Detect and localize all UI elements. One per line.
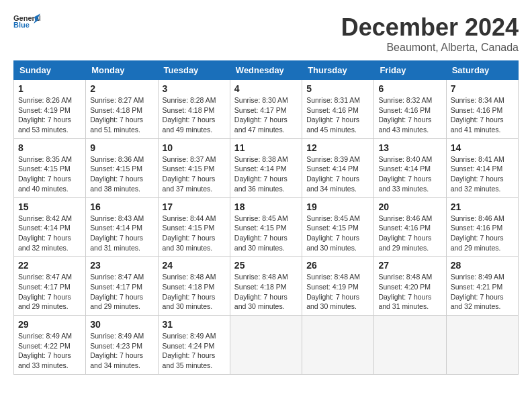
calendar-week-2: 8 Sunrise: 8:35 AM Sunset: 4:15 PM Dayli… (14, 138, 519, 197)
calendar-cell: 25 Sunrise: 8:48 AM Sunset: 4:18 PM Dayl… (230, 257, 302, 316)
day-number: 23 (90, 260, 153, 271)
calendar-cell: 3 Sunrise: 8:28 AM Sunset: 4:18 PM Dayli… (158, 80, 230, 139)
calendar-cell: 1 Sunrise: 8:26 AM Sunset: 4:19 PM Dayli… (14, 80, 86, 139)
day-number: 29 (18, 319, 81, 330)
day-number: 20 (378, 201, 441, 212)
calendar-cell: 16 Sunrise: 8:43 AM Sunset: 4:14 PM Dayl… (86, 197, 158, 257)
calendar-cell: 26 Sunrise: 8:48 AM Sunset: 4:19 PM Dayl… (302, 257, 374, 316)
calendar-cell: 29 Sunrise: 8:49 AM Sunset: 4:22 PM Dayl… (14, 316, 86, 375)
day-info: Sunrise: 8:46 AM Sunset: 4:16 PM Dayligh… (378, 214, 441, 253)
calendar-table: SundayMondayTuesdayWednesdayThursdayFrid… (13, 60, 519, 375)
day-info: Sunrise: 8:26 AM Sunset: 4:19 PM Dayligh… (18, 95, 81, 135)
calendar-cell: 22 Sunrise: 8:47 AM Sunset: 4:17 PM Dayl… (14, 257, 86, 316)
day-number: 18 (234, 201, 298, 212)
day-info: Sunrise: 8:37 AM Sunset: 4:15 PM Dayligh… (163, 154, 226, 194)
calendar-cell: 7 Sunrise: 8:34 AM Sunset: 4:16 PM Dayli… (446, 80, 518, 139)
day-info: Sunrise: 8:45 AM Sunset: 4:15 PM Dayligh… (234, 214, 298, 253)
day-info: Sunrise: 8:47 AM Sunset: 4:17 PM Dayligh… (90, 272, 153, 312)
day-number: 2 (90, 83, 153, 94)
calendar-cell: 17 Sunrise: 8:44 AM Sunset: 4:15 PM Dayl… (158, 197, 230, 257)
calendar-cell: 31 Sunrise: 8:49 AM Sunset: 4:24 PM Dayl… (158, 316, 230, 375)
calendar-cell: 20 Sunrise: 8:46 AM Sunset: 4:16 PM Dayl… (374, 197, 446, 257)
day-number: 6 (378, 83, 441, 94)
calendar-cell: 4 Sunrise: 8:30 AM Sunset: 4:17 PM Dayli… (230, 80, 302, 139)
day-info: Sunrise: 8:48 AM Sunset: 4:18 PM Dayligh… (163, 272, 226, 312)
day-number: 8 (18, 142, 81, 153)
day-number: 9 (90, 142, 153, 153)
calendar-week-5: 29 Sunrise: 8:49 AM Sunset: 4:22 PM Dayl… (14, 316, 519, 375)
day-number: 22 (18, 260, 81, 271)
day-info: Sunrise: 8:38 AM Sunset: 4:14 PM Dayligh… (234, 154, 298, 194)
calendar-header-saturday: Saturday (446, 61, 518, 80)
day-info: Sunrise: 8:46 AM Sunset: 4:16 PM Dayligh… (451, 214, 514, 253)
day-info: Sunrise: 8:40 AM Sunset: 4:14 PM Dayligh… (378, 154, 441, 194)
day-number: 14 (451, 142, 514, 153)
day-number: 13 (378, 142, 441, 153)
day-info: Sunrise: 8:43 AM Sunset: 4:14 PM Dayligh… (90, 214, 153, 253)
calendar-cell: 10 Sunrise: 8:37 AM Sunset: 4:15 PM Dayl… (158, 138, 230, 197)
day-number: 4 (234, 83, 298, 94)
location: Beaumont, Alberta, Canada (341, 42, 519, 54)
calendar-cell: 28 Sunrise: 8:49 AM Sunset: 4:21 PM Dayl… (446, 257, 518, 316)
calendar-cell: 14 Sunrise: 8:41 AM Sunset: 4:14 PM Dayl… (446, 138, 518, 197)
title-block: December 2024 Beaumont, Alberta, Canada (341, 13, 519, 54)
day-number: 28 (451, 260, 514, 271)
day-info: Sunrise: 8:45 AM Sunset: 4:15 PM Dayligh… (306, 214, 369, 253)
day-info: Sunrise: 8:48 AM Sunset: 4:18 PM Dayligh… (234, 272, 298, 312)
calendar-cell: 9 Sunrise: 8:36 AM Sunset: 4:15 PM Dayli… (86, 138, 158, 197)
calendar-cell (302, 316, 374, 375)
day-info: Sunrise: 8:34 AM Sunset: 4:16 PM Dayligh… (451, 95, 514, 135)
day-number: 15 (18, 201, 81, 212)
calendar-header-tuesday: Tuesday (158, 61, 230, 80)
calendar-cell (230, 316, 302, 375)
day-info: Sunrise: 8:32 AM Sunset: 4:16 PM Dayligh… (378, 95, 441, 135)
day-number: 12 (306, 142, 369, 153)
calendar-cell: 5 Sunrise: 8:31 AM Sunset: 4:16 PM Dayli… (302, 80, 374, 139)
calendar-cell (446, 316, 518, 375)
day-info: Sunrise: 8:36 AM Sunset: 4:15 PM Dayligh… (90, 154, 153, 194)
calendar-cell: 19 Sunrise: 8:45 AM Sunset: 4:15 PM Dayl… (302, 197, 374, 257)
day-number: 21 (451, 201, 514, 212)
day-number: 3 (163, 83, 226, 94)
day-info: Sunrise: 8:49 AM Sunset: 4:24 PM Dayligh… (163, 331, 226, 371)
calendar-cell: 23 Sunrise: 8:47 AM Sunset: 4:17 PM Dayl… (86, 257, 158, 316)
day-number: 31 (163, 319, 226, 330)
day-info: Sunrise: 8:48 AM Sunset: 4:19 PM Dayligh… (306, 272, 369, 312)
day-info: Sunrise: 8:39 AM Sunset: 4:14 PM Dayligh… (306, 154, 369, 194)
day-info: Sunrise: 8:27 AM Sunset: 4:18 PM Dayligh… (90, 95, 153, 135)
logo: General Blue (13, 13, 40, 32)
calendar-cell (374, 316, 446, 375)
calendar-cell: 30 Sunrise: 8:49 AM Sunset: 4:23 PM Dayl… (86, 316, 158, 375)
calendar-cell: 8 Sunrise: 8:35 AM Sunset: 4:15 PM Dayli… (14, 138, 86, 197)
day-number: 5 (306, 83, 369, 94)
calendar-header-wednesday: Wednesday (230, 61, 302, 80)
day-info: Sunrise: 8:47 AM Sunset: 4:17 PM Dayligh… (18, 272, 81, 312)
day-info: Sunrise: 8:49 AM Sunset: 4:23 PM Dayligh… (90, 331, 153, 371)
day-number: 10 (163, 142, 226, 153)
day-info: Sunrise: 8:35 AM Sunset: 4:15 PM Dayligh… (18, 154, 81, 194)
calendar-cell: 27 Sunrise: 8:48 AM Sunset: 4:20 PM Dayl… (374, 257, 446, 316)
calendar-cell: 24 Sunrise: 8:48 AM Sunset: 4:18 PM Dayl… (158, 257, 230, 316)
day-info: Sunrise: 8:28 AM Sunset: 4:18 PM Dayligh… (163, 95, 226, 135)
calendar-week-1: 1 Sunrise: 8:26 AM Sunset: 4:19 PM Dayli… (14, 80, 519, 139)
day-number: 7 (451, 83, 514, 94)
calendar-cell: 6 Sunrise: 8:32 AM Sunset: 4:16 PM Dayli… (374, 80, 446, 139)
day-info: Sunrise: 8:30 AM Sunset: 4:17 PM Dayligh… (234, 95, 298, 135)
calendar-cell: 11 Sunrise: 8:38 AM Sunset: 4:14 PM Dayl… (230, 138, 302, 197)
calendar-header-monday: Monday (86, 61, 158, 80)
logo-icon: General Blue (13, 13, 40, 32)
day-info: Sunrise: 8:49 AM Sunset: 4:21 PM Dayligh… (451, 272, 514, 312)
svg-text:Blue: Blue (13, 21, 30, 29)
page-header: General Blue December 2024 Beaumont, Alb… (13, 13, 519, 54)
calendar-header-sunday: Sunday (14, 61, 86, 80)
day-number: 1 (18, 83, 81, 94)
day-number: 17 (163, 201, 226, 212)
calendar-cell: 13 Sunrise: 8:40 AM Sunset: 4:14 PM Dayl… (374, 138, 446, 197)
day-number: 24 (163, 260, 226, 271)
month-title: December 2024 (341, 13, 519, 42)
day-number: 25 (234, 260, 298, 271)
day-number: 26 (306, 260, 369, 271)
day-number: 16 (90, 201, 153, 212)
calendar-week-3: 15 Sunrise: 8:42 AM Sunset: 4:14 PM Dayl… (14, 197, 519, 257)
day-info: Sunrise: 8:44 AM Sunset: 4:15 PM Dayligh… (163, 214, 226, 253)
